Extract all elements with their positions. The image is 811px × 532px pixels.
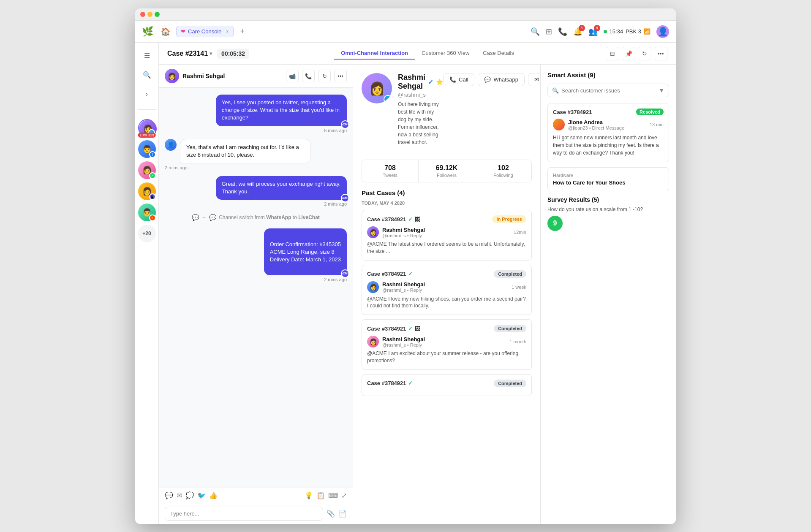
- minimize-dot[interactable]: [147, 12, 152, 17]
- conversation-item-4[interactable]: 👩 📱: [138, 182, 156, 200]
- logo-icon: 🌿: [142, 26, 153, 37]
- twitter-toolbar-icon[interactable]: 🐦: [197, 491, 206, 499]
- case-card-2[interactable]: Case #3784921 ✓ Completed 👩 Rashmi Shehg…: [362, 265, 532, 315]
- tab-customer-360[interactable]: Customer 360 View: [415, 47, 476, 60]
- case-user-3: 👩 Rashmi Shehgal @rashmi_s • Reply 1 mon…: [367, 336, 526, 347]
- conversation-item-5[interactable]: 👨 r: [138, 204, 156, 221]
- case-user-info-1: Rashmi Shehgal @rashmi_s • Reply: [382, 227, 425, 238]
- case-time-3: 1 month: [509, 339, 526, 344]
- case-card-4[interactable]: Case #3784921 ✓ Completed: [362, 374, 532, 396]
- email-button[interactable]: ✉ Email: [528, 73, 541, 86]
- case-id-3: Case #3784921 ✓ 🖼: [367, 326, 420, 332]
- online-indicator: [604, 30, 607, 33]
- whatsapp-toolbar-icon[interactable]: 💬: [165, 491, 173, 499]
- chat-input[interactable]: [165, 507, 323, 521]
- customer-avatar: 👩 🐦: [362, 73, 392, 103]
- voice-call-button[interactable]: 📞: [302, 70, 315, 82]
- care-console-tab[interactable]: ❤ Care Console ×: [176, 26, 234, 37]
- template-icon[interactable]: 📄: [338, 510, 347, 518]
- case-time-2: 1 week: [512, 285, 526, 290]
- menu-button[interactable]: ☰: [139, 47, 155, 64]
- pbk-display: PBK 3: [626, 28, 641, 35]
- conversation-item-2[interactable]: 👨 f: [138, 140, 156, 158]
- smart-assist-title: Smart Assist (9): [547, 71, 669, 79]
- smart-search-input[interactable]: [561, 87, 656, 94]
- case-text-1: @ACME The latest shoe I ordered seems to…: [367, 241, 526, 255]
- case-text-2: @ACME I love my new hiking shoes, can yo…: [367, 296, 526, 310]
- chat-toolbar-icon[interactable]: 💭: [185, 491, 194, 499]
- browser-bar: [135, 8, 676, 21]
- users-button[interactable]: 👥 8: [588, 27, 598, 36]
- minimize-button[interactable]: ⊟: [606, 47, 619, 60]
- lightbulb-icon[interactable]: 💡: [305, 491, 313, 499]
- star-icon: ⭐: [436, 79, 443, 85]
- more-options-button[interactable]: •••: [654, 47, 667, 60]
- pin-button[interactable]: 📌: [622, 47, 635, 60]
- hardware-title: How to Care for Your Shoes: [553, 179, 664, 186]
- typing-icon[interactable]: ⌨: [328, 491, 338, 499]
- maximize-dot[interactable]: [155, 12, 160, 17]
- phone-button[interactable]: 📞: [558, 27, 567, 36]
- past-cases-section: Past Cases (4) TODAY, MAY 4 2020 Case #3…: [362, 189, 532, 396]
- call-button[interactable]: 📞 Call: [443, 73, 474, 86]
- tab-omni-channel[interactable]: Omni-Channel Interaction: [334, 47, 415, 60]
- smart-search-box: 🔍 ▼: [547, 84, 669, 97]
- messenger-toolbar-icon[interactable]: ✉: [177, 491, 182, 499]
- smart-search-icon: 🔍: [552, 87, 559, 94]
- filter-icon[interactable]: ▼: [659, 87, 664, 94]
- msg-text-3: Great, we will process your exchange rig…: [222, 181, 341, 195]
- facebook-toolbar-icon[interactable]: 👍: [209, 491, 218, 499]
- left-sidebar: ☰ 🔍 › 👩 🐦 10m 32s 👨: [135, 43, 159, 524]
- case-card-3[interactable]: Case #3784921 ✓ 🖼 Completed 👩: [362, 319, 532, 370]
- msg-row-received-1: 👤 Yes, that's what I am reaching out for…: [165, 139, 347, 163]
- survey-section: Survey Results (5) How do you rate us on…: [547, 196, 669, 231]
- conversation-item-3[interactable]: 👩 ✓: [138, 161, 156, 179]
- customer-profile-header: 👩 🐦 Rashmi Sehgal ✓ ⭐ @rashmi_: [362, 73, 443, 146]
- case-card-1[interactable]: Case #3784921 ✓ 🖼 In Progress 👩: [362, 210, 532, 261]
- home-button[interactable]: 🏠: [158, 24, 173, 39]
- case-chevron-icon[interactable]: ▾: [210, 51, 212, 57]
- image-icon-3: 🖼: [414, 326, 420, 332]
- msg-row-sent-1: Yes, I see you posted on twitter, reques…: [165, 95, 347, 126]
- conversation-item-1[interactable]: 👩 🐦 10m 32s: [138, 119, 156, 137]
- case-card-2-header: Case #3784921 ✓ Completed: [367, 270, 526, 278]
- assist-text: Hi i got some new runners last month and…: [553, 134, 664, 157]
- verified-case-icon-3: ✓: [408, 326, 413, 332]
- msg-text-4: Order Confirmation: #345305 ACME Long Ra…: [270, 241, 341, 263]
- refresh-chat-button[interactable]: ↻: [318, 70, 331, 82]
- whatsapp-button[interactable]: 💬 Whatsapp: [478, 73, 525, 86]
- new-tab-button[interactable]: +: [237, 25, 248, 38]
- grid-button[interactable]: ⊞: [546, 27, 552, 36]
- expand-chat-icon[interactable]: ⤢: [341, 491, 347, 499]
- case-status-4: Completed: [494, 380, 526, 387]
- assist-case-card[interactable]: Case #3784921 Resolved Jione Andrea @jio…: [547, 103, 669, 162]
- tab-case-details[interactable]: Case Details: [476, 47, 521, 60]
- sidebar-search-button[interactable]: 🔍: [139, 66, 155, 83]
- tab-close-button[interactable]: ×: [226, 29, 229, 35]
- user-avatar[interactable]: 👤: [656, 25, 669, 38]
- refresh-button[interactable]: ↻: [638, 47, 651, 60]
- hardware-card[interactable]: Hardware How to Care for Your Shoes: [547, 167, 669, 191]
- msg-bubble-2: Yes, that's what I am reaching out for. …: [180, 139, 311, 163]
- verified-case-icon-1: ✓: [408, 216, 413, 223]
- notifications-button[interactable]: 🔔 6: [573, 27, 582, 36]
- video-call-button[interactable]: 📹: [286, 70, 299, 82]
- expand-button[interactable]: ›: [139, 86, 155, 103]
- arrow-icon: →: [201, 214, 207, 220]
- more-conversations-button[interactable]: +20: [138, 225, 156, 242]
- attachment-icon[interactable]: 📎: [327, 510, 335, 518]
- tab-label: Care Console: [188, 28, 222, 35]
- case-id-2: Case #3784921 ✓: [367, 271, 413, 277]
- close-dot[interactable]: [140, 12, 145, 17]
- search-button[interactable]: 🔍: [531, 27, 540, 36]
- action-buttons-group: 📞 Call 💬 Whatsapp ✉ Email: [443, 73, 541, 86]
- assist-case-id: Case #3784921: [553, 109, 592, 115]
- message-sent-2: Great, we will process your exchange rig…: [165, 176, 347, 206]
- notes-icon[interactable]: 📋: [316, 491, 325, 499]
- chat-toolbar: 💬 ✉ 💭 🐦 👍 💡 📋 ⌨ ⤢: [159, 488, 353, 503]
- received-avatar: 👤: [165, 139, 177, 151]
- chat-more-button[interactable]: •••: [334, 70, 347, 82]
- case-header: Case #23141 ▾ 00:05:32 Omni-Channel Inte…: [159, 43, 676, 65]
- email-icon: ✉: [534, 76, 539, 83]
- customer-panel: 👩 🐦 Rashmi Sehgal ✓ ⭐ @rashmi_: [353, 65, 541, 524]
